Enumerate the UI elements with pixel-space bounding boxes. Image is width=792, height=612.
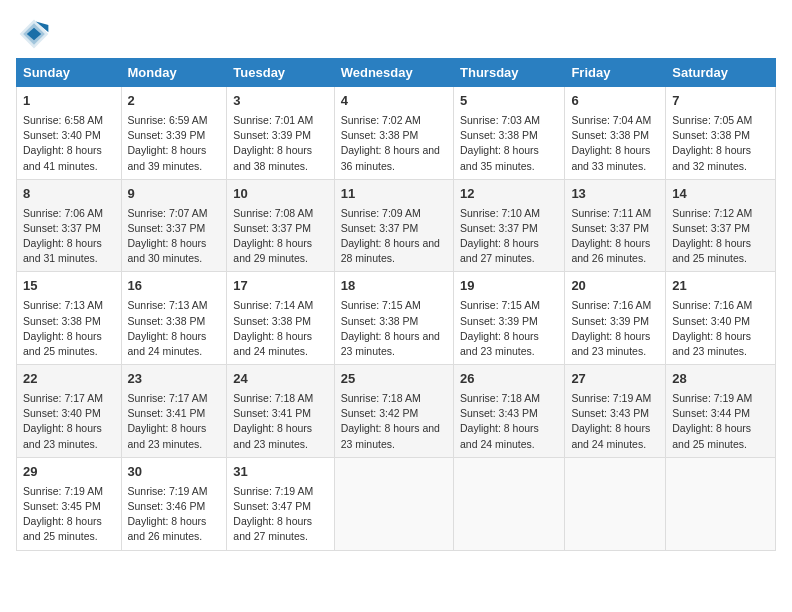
sunset-text: Sunset: 3:40 PM [23,407,101,419]
day-cell: 14Sunrise: 7:12 AMSunset: 3:37 PMDayligh… [666,179,776,272]
sunset-text: Sunset: 3:39 PM [128,129,206,141]
day-cell: 2Sunrise: 6:59 AMSunset: 3:39 PMDaylight… [121,87,227,180]
col-header-tuesday: Tuesday [227,59,334,87]
day-cell: 21Sunrise: 7:16 AMSunset: 3:40 PMDayligh… [666,272,776,365]
sunrise-text: Sunrise: 7:04 AM [571,114,651,126]
daylight-text: Daylight: 8 hours and 23 minutes. [341,422,440,449]
day-number: 9 [128,185,221,204]
sunset-text: Sunset: 3:46 PM [128,500,206,512]
day-number: 23 [128,370,221,389]
sunset-text: Sunset: 3:38 PM [672,129,750,141]
week-row-5: 29Sunrise: 7:19 AMSunset: 3:45 PMDayligh… [17,457,776,550]
sunrise-text: Sunrise: 7:09 AM [341,207,421,219]
daylight-text: Daylight: 8 hours and 36 minutes. [341,144,440,171]
sunset-text: Sunset: 3:37 PM [233,222,311,234]
week-row-2: 8Sunrise: 7:06 AMSunset: 3:37 PMDaylight… [17,179,776,272]
day-number: 10 [233,185,327,204]
daylight-text: Daylight: 8 hours and 39 minutes. [128,144,207,171]
day-number: 28 [672,370,769,389]
daylight-text: Daylight: 8 hours and 29 minutes. [233,237,312,264]
day-cell: 15Sunrise: 7:13 AMSunset: 3:38 PMDayligh… [17,272,122,365]
day-number: 30 [128,463,221,482]
daylight-text: Daylight: 8 hours and 28 minutes. [341,237,440,264]
sunset-text: Sunset: 3:38 PM [128,315,206,327]
daylight-text: Daylight: 8 hours and 23 minutes. [672,330,751,357]
day-cell: 4Sunrise: 7:02 AMSunset: 3:38 PMDaylight… [334,87,453,180]
daylight-text: Daylight: 8 hours and 31 minutes. [23,237,102,264]
sunrise-text: Sunrise: 7:13 AM [128,299,208,311]
day-number: 31 [233,463,327,482]
sunrise-text: Sunrise: 7:05 AM [672,114,752,126]
sunset-text: Sunset: 3:38 PM [23,315,101,327]
sunset-text: Sunset: 3:39 PM [460,315,538,327]
day-cell: 10Sunrise: 7:08 AMSunset: 3:37 PMDayligh… [227,179,334,272]
sunset-text: Sunset: 3:42 PM [341,407,419,419]
sunset-text: Sunset: 3:40 PM [23,129,101,141]
sunrise-text: Sunrise: 7:18 AM [233,392,313,404]
daylight-text: Daylight: 8 hours and 25 minutes. [23,515,102,542]
sunset-text: Sunset: 3:45 PM [23,500,101,512]
day-cell: 22Sunrise: 7:17 AMSunset: 3:40 PMDayligh… [17,365,122,458]
daylight-text: Daylight: 8 hours and 25 minutes. [672,237,751,264]
sunset-text: Sunset: 3:44 PM [672,407,750,419]
sunset-text: Sunset: 3:38 PM [460,129,538,141]
sunset-text: Sunset: 3:37 PM [571,222,649,234]
logo [16,16,56,52]
day-cell: 26Sunrise: 7:18 AMSunset: 3:43 PMDayligh… [454,365,565,458]
sunrise-text: Sunrise: 7:14 AM [233,299,313,311]
week-row-4: 22Sunrise: 7:17 AMSunset: 3:40 PMDayligh… [17,365,776,458]
day-number: 17 [233,277,327,296]
sunrise-text: Sunrise: 7:13 AM [23,299,103,311]
daylight-text: Daylight: 8 hours and 23 minutes. [571,330,650,357]
sunset-text: Sunset: 3:39 PM [233,129,311,141]
sunrise-text: Sunrise: 7:17 AM [128,392,208,404]
sunrise-text: Sunrise: 7:16 AM [571,299,651,311]
day-number: 7 [672,92,769,111]
sunrise-text: Sunrise: 7:15 AM [460,299,540,311]
sunset-text: Sunset: 3:37 PM [23,222,101,234]
day-number: 1 [23,92,115,111]
daylight-text: Daylight: 8 hours and 26 minutes. [128,515,207,542]
col-header-wednesday: Wednesday [334,59,453,87]
sunrise-text: Sunrise: 7:18 AM [341,392,421,404]
day-number: 16 [128,277,221,296]
calendar-table: SundayMondayTuesdayWednesdayThursdayFrid… [16,58,776,551]
daylight-text: Daylight: 8 hours and 24 minutes. [460,422,539,449]
col-header-thursday: Thursday [454,59,565,87]
day-number: 13 [571,185,659,204]
header-row: SundayMondayTuesdayWednesdayThursdayFrid… [17,59,776,87]
col-header-monday: Monday [121,59,227,87]
week-row-3: 15Sunrise: 7:13 AMSunset: 3:38 PMDayligh… [17,272,776,365]
day-cell: 24Sunrise: 7:18 AMSunset: 3:41 PMDayligh… [227,365,334,458]
sunrise-text: Sunrise: 7:16 AM [672,299,752,311]
sunrise-text: Sunrise: 7:12 AM [672,207,752,219]
daylight-text: Daylight: 8 hours and 23 minutes. [460,330,539,357]
sunset-text: Sunset: 3:39 PM [571,315,649,327]
daylight-text: Daylight: 8 hours and 25 minutes. [23,330,102,357]
col-header-friday: Friday [565,59,666,87]
day-cell: 20Sunrise: 7:16 AMSunset: 3:39 PMDayligh… [565,272,666,365]
sunset-text: Sunset: 3:38 PM [341,129,419,141]
day-cell: 11Sunrise: 7:09 AMSunset: 3:37 PMDayligh… [334,179,453,272]
day-cell: 12Sunrise: 7:10 AMSunset: 3:37 PMDayligh… [454,179,565,272]
day-number: 11 [341,185,447,204]
daylight-text: Daylight: 8 hours and 27 minutes. [460,237,539,264]
day-number: 25 [341,370,447,389]
sunset-text: Sunset: 3:37 PM [672,222,750,234]
day-number: 8 [23,185,115,204]
daylight-text: Daylight: 8 hours and 27 minutes. [233,515,312,542]
day-cell: 17Sunrise: 7:14 AMSunset: 3:38 PMDayligh… [227,272,334,365]
day-cell: 16Sunrise: 7:13 AMSunset: 3:38 PMDayligh… [121,272,227,365]
sunrise-text: Sunrise: 7:01 AM [233,114,313,126]
day-cell [454,457,565,550]
day-cell: 19Sunrise: 7:15 AMSunset: 3:39 PMDayligh… [454,272,565,365]
page-header [16,16,776,52]
sunset-text: Sunset: 3:47 PM [233,500,311,512]
daylight-text: Daylight: 8 hours and 24 minutes. [233,330,312,357]
daylight-text: Daylight: 8 hours and 23 minutes. [233,422,312,449]
sunrise-text: Sunrise: 7:08 AM [233,207,313,219]
day-number: 29 [23,463,115,482]
daylight-text: Daylight: 8 hours and 24 minutes. [128,330,207,357]
col-header-sunday: Sunday [17,59,122,87]
sunset-text: Sunset: 3:43 PM [460,407,538,419]
